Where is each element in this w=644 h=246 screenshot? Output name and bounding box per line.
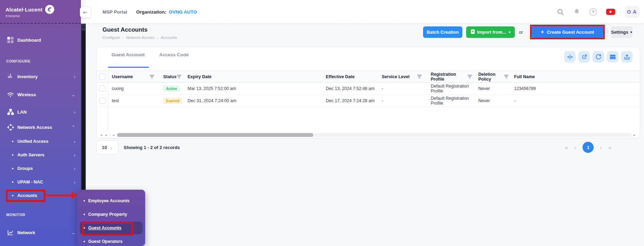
breadcrumb-separator: - xyxy=(122,35,124,40)
chevron-right-icon: › xyxy=(74,74,75,79)
sidebar-item-groups[interactable]: • Groups › xyxy=(0,163,81,174)
scroll-left-icon[interactable]: ◂ xyxy=(99,133,104,137)
sidebar-item-dashboard[interactable]: Dashboard xyxy=(0,34,81,46)
bullet-icon: • xyxy=(83,198,88,204)
sidebar-logo-block: Alcatel·Lucent Enterprise xyxy=(0,0,81,24)
or-label: or xyxy=(519,30,523,35)
chevron-right-icon: › xyxy=(74,110,75,114)
previous-page-button[interactable]: ‹ xyxy=(574,145,576,150)
page-size-select[interactable]: 10 ⌄ xyxy=(96,140,118,154)
cell-effective-date: Dec 13, 2024 7:52:48 am xyxy=(322,86,378,91)
lan-icon xyxy=(6,109,15,115)
sidebar-item-network[interactable]: Network ⌄ xyxy=(0,227,81,238)
chevron-right-icon: › xyxy=(74,153,75,157)
filter-icon[interactable] xyxy=(150,75,154,79)
chevron-right-icon: › xyxy=(74,166,75,171)
filter-icon[interactable] xyxy=(417,75,422,79)
chevron-up-icon: ⌃ xyxy=(72,125,75,130)
tab-access-code[interactable]: Access Code xyxy=(159,52,189,57)
table-row[interactable]: cuong Active Mar 13, 2025 7:52:00 am Dec… xyxy=(97,83,640,95)
organization-value[interactable]: OVNG AUTO xyxy=(169,9,197,15)
notifications-bell-icon[interactable] xyxy=(573,8,580,15)
chevron-down-icon: ⌄ xyxy=(72,92,75,97)
wifi-icon xyxy=(6,92,15,97)
network-access-icon xyxy=(6,124,15,131)
help-icon[interactable]: ? xyxy=(589,8,597,16)
expand-fullscreen-button[interactable] xyxy=(578,51,590,63)
column-header: Registration Profile xyxy=(431,72,468,82)
row-checkbox[interactable] xyxy=(99,85,106,92)
scrollbar-thumb[interactable] xyxy=(117,133,313,137)
table-toolbar xyxy=(564,51,633,63)
next-page-button[interactable]: › xyxy=(600,145,602,150)
import-from-button[interactable]: Import from... ▾ xyxy=(466,26,515,38)
create-button-annotation: + Create Guest Account xyxy=(530,25,605,39)
sidebar: Alcatel·Lucent Enterprise Dashboard CONF… xyxy=(0,0,81,246)
refresh-button[interactable] xyxy=(593,51,604,63)
cell-username: test xyxy=(108,98,160,103)
avatar[interactable]: O A xyxy=(625,6,639,18)
cell-service-level: - xyxy=(378,98,427,103)
scroll-right-icon[interactable]: ▸ xyxy=(632,133,637,137)
flyout-item-company-property[interactable]: • Company Property xyxy=(77,208,145,221)
row-checkbox[interactable] xyxy=(99,98,106,104)
bullet-icon: • xyxy=(12,179,17,185)
columns-button[interactable] xyxy=(607,51,618,63)
cell-deletion-policy: Never xyxy=(475,86,511,91)
chevron-down-icon: ⌄ xyxy=(110,146,113,149)
inventory-icon xyxy=(6,73,15,80)
cell-expiry-date: Mar 13, 2025 7:52:00 am xyxy=(184,86,322,91)
flyout-item-guest-operators[interactable]: • Guest Operators xyxy=(77,235,145,246)
last-page-button[interactable]: » xyxy=(608,145,611,150)
bullet-icon: • xyxy=(12,152,17,158)
settings-button[interactable]: Settings ▾ xyxy=(611,26,633,38)
sidebar-item-inventory[interactable]: Inventory › xyxy=(0,71,81,82)
guest-accounts-card: Guest Account Access Code Username Statu… xyxy=(96,47,640,138)
first-page-button[interactable]: « xyxy=(565,145,568,150)
breadcrumb-separator: - xyxy=(157,35,158,40)
sidebar-item-wireless[interactable]: Wireless ⌄ xyxy=(0,89,81,100)
sidebar-item-upam-nac[interactable]: • UPAM - NAC › xyxy=(0,177,81,188)
flyout-item-employee-accounts[interactable]: • Employee Accounts xyxy=(77,195,145,207)
header-separator xyxy=(86,24,644,24)
search-icon[interactable] xyxy=(557,8,564,16)
cell-registration-profile: Default Registration Profile xyxy=(427,84,475,93)
active-tab-underline xyxy=(108,67,149,68)
current-page-button[interactable]: 1 xyxy=(583,142,594,153)
scroll-right-icon[interactable]: ▸ xyxy=(104,133,109,137)
sidebar-item-auth-servers[interactable]: • Auth Servers › xyxy=(0,149,81,161)
alcatel-lucent-logo-icon xyxy=(45,5,54,14)
column-header: Status xyxy=(163,74,176,79)
filter-icon[interactable] xyxy=(504,75,509,79)
filter-icon[interactable] xyxy=(468,75,472,79)
app-title: MSP Portal xyxy=(102,9,127,15)
cell-username: cuong xyxy=(108,86,160,91)
tabs: Guest Account Access Code xyxy=(112,52,189,57)
bullet-icon: • xyxy=(12,139,17,144)
youtube-icon[interactable] xyxy=(606,9,615,15)
filter-icon[interactable] xyxy=(177,75,181,79)
select-all-checkbox[interactable] xyxy=(99,74,106,80)
batch-creation-button[interactable]: Batch Creation xyxy=(423,26,462,38)
bullet-icon: • xyxy=(12,166,17,171)
brand-name: Alcatel·Lucent xyxy=(6,7,42,13)
accounts-flyout-menu: • Employee Accounts • Company Property •… xyxy=(77,190,145,246)
bullet-icon: • xyxy=(83,212,88,217)
flyout-item-guest-accounts[interactable]: • Guest Accounts xyxy=(80,222,142,234)
section-label-configure: CONFIGURE xyxy=(6,59,31,63)
sidebar-item-lan[interactable]: LAN › xyxy=(0,106,81,117)
sidebar-item-unified-access[interactable]: • Unified Access › xyxy=(0,136,81,147)
table-row[interactable]: test Expired Dec 31, 2024 7:24:00 am Dec… xyxy=(97,95,640,107)
collapse-columns-button[interactable] xyxy=(564,51,576,63)
header-divider xyxy=(608,28,608,36)
create-guest-account-button[interactable]: + Create Guest Account xyxy=(531,26,603,38)
cell-effective-date: Dec 17, 2024 7:24:28 am xyxy=(322,98,378,103)
scrollbar-track[interactable] xyxy=(313,133,632,137)
chevron-right-icon: › xyxy=(74,139,75,144)
scroll-left-icon[interactable]: ◂ xyxy=(111,133,116,137)
sidebar-item-network-access[interactable]: Network Access ⌃ xyxy=(0,122,81,133)
export-button[interactable] xyxy=(621,51,633,63)
sidebar-collapse-button[interactable]: ⇤ xyxy=(80,7,91,18)
cell-expiry-date: Dec 31, 2024 7:24:00 am xyxy=(184,98,322,103)
tab-guest-account[interactable]: Guest Account xyxy=(112,52,145,57)
